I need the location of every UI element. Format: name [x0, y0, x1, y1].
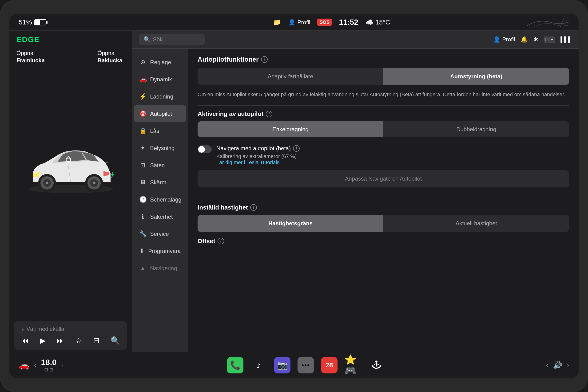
nav-item-laddning[interactable]: ⚡ Laddning	[134, 88, 186, 105]
nav-item-service[interactable]: 🔧 Service	[134, 226, 186, 242]
bluetooth-icon[interactable]: ✱	[534, 36, 538, 43]
nav-item-saten[interactable]: ⊡ Säten	[134, 157, 186, 174]
speed-info-icon[interactable]: i	[250, 204, 257, 211]
top-bar: 🔍 Sök 👤 Profil 🔔 ✱ LTE ▌▌▌	[132, 30, 578, 49]
nav-label-sakerhet: Säkerhet	[150, 214, 173, 220]
search-bar-container[interactable]: 🔍 Sök	[139, 34, 204, 45]
top-bar-actions: 👤 Profil 🔔 ✱ LTE ▌▌▌	[493, 36, 572, 43]
offset-info-icon[interactable]: i	[218, 238, 224, 244]
framlucka-label[interactable]: Öppna Framlucka	[16, 50, 45, 64]
divider-2	[198, 199, 569, 199]
screen: 51% 📁 👤 Profil SOS 11:52 ☁️ 15°C	[10, 14, 578, 378]
calendar-icon: 28	[326, 362, 333, 369]
navigate-info-icon[interactable]: i	[293, 145, 300, 152]
sos-badge[interactable]: SOS	[317, 18, 332, 26]
activation-toggle: Enkeldragning Dubbeldragning	[198, 121, 569, 137]
nav-item-sakerhet[interactable]: ℹ Säkerhet	[134, 208, 186, 225]
search-placeholder: Sök	[153, 36, 162, 43]
equalizer-button[interactable]: ⊟	[93, 336, 100, 345]
taskbar: 🚗 ‹ 18.0 ⊡ ⊡ › 📞 ♪ 📷 •••	[10, 352, 578, 378]
taskbar-center: 📞 ♪ 📷 ••• 28 ⭐🎮 🕹	[92, 357, 520, 374]
search-media-button[interactable]: 🔍	[110, 336, 120, 345]
adaptiv-btn[interactable]: Adaptiv farthållare	[198, 68, 384, 85]
device-bezel: 51% 📁 👤 Profil SOS 11:52 ☁️ 15°C	[0, 0, 588, 392]
camera-app[interactable]: 📷	[274, 357, 290, 374]
reglage-icon: ⊛	[139, 58, 146, 66]
odo-right-arrow[interactable]: ›	[62, 362, 64, 369]
profile-avatar-icon: 👤	[493, 36, 500, 43]
media-source: ♪ Välj mediekälla	[21, 326, 120, 332]
speed-section-title: Inställd hastighet i	[198, 204, 569, 211]
nav-item-belysning[interactable]: ✦ Belysning	[134, 140, 186, 156]
gamepad-icon: 🕹	[372, 360, 381, 370]
autopilot-info-icon[interactable]: i	[261, 56, 268, 63]
games-app[interactable]: ⭐🎮	[344, 357, 361, 374]
gamepad-app[interactable]: 🕹	[368, 357, 384, 374]
phone-app[interactable]: 📞	[227, 357, 244, 374]
nav-item-schemalägg[interactable]: 🕐 Schemalägg	[134, 191, 186, 208]
profile-name: Profil	[502, 36, 515, 43]
navigate-toggle-switch[interactable]	[198, 145, 212, 153]
favorite-button[interactable]: ☆	[75, 336, 82, 345]
games-icon: ⭐🎮	[344, 354, 361, 376]
nav-item-autopilot[interactable]: 🎯 Autopilot	[134, 105, 186, 122]
speed-toggle: Hastighetsgräns Aktuell hastighet	[198, 215, 569, 232]
nav-label-dynamik: Dynamik	[150, 76, 172, 83]
right-panel: Autopilotfunktioner i Adaptiv farthållar…	[188, 49, 578, 352]
settings-area: 🔍 Sök 👤 Profil 🔔 ✱ LTE ▌▌▌	[132, 30, 578, 352]
profile-group[interactable]: 👤 Profil	[288, 19, 310, 26]
nav-item-las[interactable]: 🔒 Lås	[134, 122, 186, 139]
temp-value: 15°C	[376, 18, 390, 26]
aktuell-hastighet-btn[interactable]: Aktuell hastighet	[384, 215, 569, 232]
offset-title: Offset i	[198, 238, 569, 245]
car-svg	[21, 135, 120, 205]
navigate-label: Navigera med autopilot (beta)	[216, 144, 291, 152]
saten-icon: ⊡	[139, 162, 146, 169]
learn-more-link[interactable]: Lär dig mer i Tesla Tutorials	[216, 160, 300, 166]
battery-fill	[35, 20, 40, 25]
notification-icon[interactable]: 🔔	[521, 36, 528, 43]
navigate-autopilot-row: Navigera med autopilot (beta) i Kalibrer…	[198, 144, 569, 166]
hastighetsgrans-btn[interactable]: Hastighetsgräns	[198, 215, 384, 232]
dubbeldragning-btn[interactable]: Dubbeldragning	[384, 121, 569, 137]
autopilot-mode-toggle: Adaptiv farthållare Autostyrning (beta)	[198, 68, 569, 85]
next-button[interactable]: ⏭	[57, 336, 64, 345]
enkeldragning-btn[interactable]: Enkeldragning	[198, 121, 384, 137]
nav-item-reglage[interactable]: ⊛ Reglage	[134, 54, 186, 70]
play-button[interactable]: ▶	[40, 336, 46, 345]
dots-app[interactable]: •••	[298, 357, 314, 374]
battery-percentage: 51%	[19, 18, 32, 26]
taskbar-forward-arrow[interactable]: ›	[567, 362, 569, 369]
las-icon: 🔒	[139, 127, 146, 134]
calibration-text: Kalibrering av extrakameror (67 %)	[216, 153, 300, 160]
customize-button[interactable]: Anpassa Navigate on Autopilot	[198, 170, 569, 187]
nav-item-skarm[interactable]: 🖥 Skärm	[134, 174, 186, 191]
temp-display: ☁️ 15°C	[365, 18, 390, 26]
skarm-icon: 🖥	[139, 179, 146, 186]
taskbar-left: 🚗 ‹ 18.0 ⊡ ⊡ ›	[19, 358, 90, 372]
taskbar-back-arrow[interactable]: ‹	[546, 362, 548, 369]
dots-icon: •••	[302, 362, 310, 369]
odo-left-arrow[interactable]: ‹	[34, 362, 36, 369]
media-player: ♪ Välj mediekälla ⏮ ▶ ⏭ ☆ ⊟ 🔍	[14, 321, 127, 350]
nav-item-dynamik[interactable]: 🚗 Dynamik	[134, 71, 186, 88]
schemalägg-icon: 🕐	[139, 196, 146, 203]
calendar-app[interactable]: 28	[321, 357, 338, 374]
odometer-value: 18.0	[41, 358, 56, 367]
nav-label-saten: Säten	[150, 162, 165, 168]
prev-button[interactable]: ⏮	[21, 336, 29, 345]
baklucka-label[interactable]: Öppna Baklucka	[98, 50, 122, 64]
music-app[interactable]: ♪	[250, 357, 267, 374]
belysning-icon: ✦	[139, 144, 146, 152]
autostyrning-btn[interactable]: Autostyrning (beta)	[384, 68, 569, 85]
nav-item-navigering[interactable]: ▲ Navigering	[134, 260, 186, 276]
volume-icon[interactable]: 🔊	[553, 361, 562, 370]
activation-info-icon[interactable]: i	[266, 111, 272, 117]
nav-item-programvara[interactable]: ⬇ Programvara	[134, 243, 186, 259]
music-note-icon: ♪	[21, 326, 24, 332]
taskbar-car-icon[interactable]: 🚗	[19, 360, 30, 370]
nav-label-reglage: Reglage	[150, 59, 171, 66]
svg-line-0	[560, 16, 564, 28]
profile-button[interactable]: 👤 Profil	[493, 36, 515, 43]
lte-badge: LTE	[544, 36, 555, 43]
